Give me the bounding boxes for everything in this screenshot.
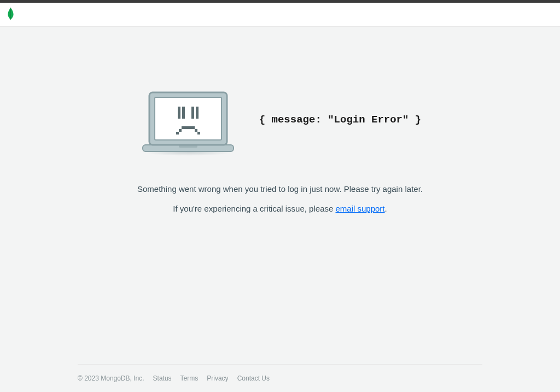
main-content: { message: "Login Error" } Something wen…: [0, 27, 560, 392]
error-content: { message: "Login Error" } Something wen…: [0, 27, 560, 215]
footer-link-status[interactable]: Status: [153, 375, 172, 382]
svg-rect-3: [155, 97, 221, 140]
footer-link-privacy[interactable]: Privacy: [207, 375, 228, 382]
error-code-text: { message: "Login Error" }: [259, 114, 421, 126]
svg-rect-12: [197, 132, 200, 134]
sad-laptop-icon: [139, 87, 237, 153]
header-bar: [0, 3, 560, 27]
error-line2-suffix: .: [385, 204, 387, 213]
svg-rect-9: [179, 129, 182, 132]
footer-link-contact[interactable]: Contact Us: [237, 375, 270, 382]
footer-copyright: © 2023 MongoDB, Inc.: [78, 375, 144, 382]
hero-row: { message: "Login Error" }: [139, 87, 421, 153]
svg-rect-5: [182, 107, 185, 119]
svg-rect-7: [196, 107, 199, 119]
svg-rect-10: [195, 129, 197, 132]
email-support-link[interactable]: email support: [335, 204, 384, 213]
mongodb-leaf-icon[interactable]: [7, 7, 14, 22]
error-line2-prefix: If you're experiencing a critical issue,…: [173, 204, 335, 213]
svg-rect-8: [182, 126, 195, 129]
footer-link-terms[interactable]: Terms: [180, 375, 199, 382]
svg-rect-6: [191, 107, 194, 119]
error-message-line2: If you're experiencing a critical issue,…: [137, 203, 423, 215]
svg-rect-4: [178, 107, 180, 119]
svg-rect-11: [176, 132, 179, 134]
footer: © 2023 MongoDB, Inc. Status Terms Privac…: [78, 364, 482, 382]
error-message-block: Something went wrong when you tried to l…: [137, 183, 423, 215]
error-message-line1: Something went wrong when you tried to l…: [137, 183, 423, 196]
